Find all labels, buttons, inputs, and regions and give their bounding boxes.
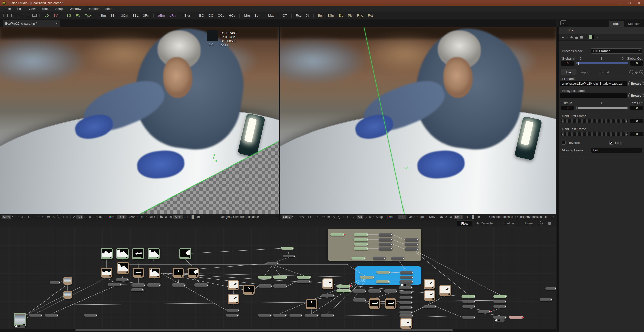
view-ab-button[interactable]: AB <box>357 215 363 219</box>
flow-node-pill[interactable] <box>493 316 507 319</box>
wheel-right-icon[interactable]: ▶ <box>626 133 628 135</box>
flow-node-graph[interactable] <box>0 227 556 332</box>
flow-node-pill[interactable] <box>379 243 393 246</box>
target-icon[interactable]: ◌ <box>629 70 633 74</box>
ellipse-tool-icon[interactable]: ○ <box>65 215 69 219</box>
tool-shortcut-3sl[interactable]: 3SL <box>130 14 141 17</box>
flow-node-pill[interactable] <box>493 305 506 308</box>
flow-node-tthumb[interactable] <box>117 262 129 274</box>
bezier-tool-icon[interactable]: ◠ <box>316 215 321 219</box>
lock-icon[interactable] <box>159 215 164 219</box>
fit-button[interactable]: Fit <box>307 215 313 219</box>
tool-shortcut-bg[interactable]: BG <box>64 14 74 17</box>
flow-node-opill[interactable] <box>376 280 390 283</box>
viewer-source-title[interactable]: ChannelBooleans11 / Loader5: backplate.t… <box>484 215 552 219</box>
flow-node-wthumb[interactable] <box>228 294 239 304</box>
deg360-button[interactable]: 360° <box>408 215 417 219</box>
flow-node-gpill[interactable] <box>493 295 507 298</box>
flow-node-gpillred[interactable] <box>330 233 345 236</box>
flow-node-pill[interactable] <box>172 283 186 287</box>
global-out-input[interactable] <box>630 61 643 66</box>
viewer-right[interactable]: + A <box>280 27 556 214</box>
flow-node-pill[interactable] <box>321 314 334 317</box>
paint-grid-icon[interactable]: ▦ <box>46 215 51 219</box>
swatch-caret-icon[interactable]: ▾ <box>597 36 598 38</box>
cache-disk-icon[interactable] <box>580 36 583 39</box>
snap-button[interactable]: Snap <box>375 215 384 219</box>
flow-node-pill[interactable] <box>399 306 413 309</box>
stereo-caret-icon[interactable]: ▴ <box>372 215 374 218</box>
flow-node-gpill[interactable] <box>351 257 366 260</box>
flow-node-pill[interactable] <box>399 280 413 284</box>
flow-node-photoSm[interactable] <box>63 291 72 299</box>
flow-node-pill[interactable] <box>379 238 393 241</box>
loop-checkbox[interactable] <box>609 141 613 145</box>
pixel-ratio-label[interactable]: 1:1 <box>463 215 470 219</box>
flow-node-pill[interactable] <box>368 289 381 293</box>
tool-shortcut-rng[interactable]: Rng <box>355 14 366 17</box>
flow-node-dotbar[interactable] <box>495 319 505 322</box>
tool-shortcut-mat[interactable]: Mat <box>266 14 276 17</box>
flow-node-pill[interactable] <box>462 300 475 303</box>
flow-node-pill[interactable] <box>399 286 413 289</box>
rect-tool-icon[interactable]: □ <box>341 215 345 219</box>
flow-node-tthumb[interactable] <box>133 268 144 278</box>
trim-range-slider[interactable] <box>576 107 628 109</box>
lock-icon[interactable] <box>575 37 578 39</box>
tab-spline[interactable]: Spline <box>519 220 537 226</box>
bspline-tool-icon[interactable]: ◠ <box>41 215 46 219</box>
flow-node-pill[interactable] <box>50 281 60 284</box>
zoom-level[interactable]: 21% <box>296 215 305 219</box>
tool-shortcut-3im[interactable]: 3Im <box>98 14 108 17</box>
subview-caret-icon[interactable]: ▾ <box>11 215 13 218</box>
checker-icon[interactable]: ▩ <box>168 215 173 219</box>
zoom-caret-icon[interactable]: ▴ <box>25 215 27 218</box>
flow-node-opill[interactable] <box>360 276 374 279</box>
flow-node-pill[interactable] <box>273 314 287 317</box>
tab-timeline[interactable]: Timeline <box>498 220 518 226</box>
flow-node-pill[interactable] <box>297 280 311 283</box>
settings-gear-icon[interactable]: ⚙ <box>635 71 638 75</box>
tool-shortcut-ccv[interactable]: CCv <box>216 14 227 17</box>
flow-node-gthumb[interactable] <box>116 248 129 259</box>
roi-caret-icon[interactable]: ▴ <box>146 215 148 218</box>
flow-node-tthumb[interactable] <box>385 298 396 309</box>
layout-quad-icon[interactable] <box>14 14 18 17</box>
flow-node-tthumb[interactable] <box>188 268 199 278</box>
menu-reactor[interactable]: Reactor <box>84 7 102 11</box>
close-button[interactable]: × <box>634 0 644 6</box>
flow-node-wthumb[interactable] <box>424 290 435 301</box>
rect-tool-icon[interactable]: □ <box>60 215 65 219</box>
flow-node-tthumb[interactable] <box>306 299 317 309</box>
tab-file[interactable]: File <box>561 69 576 75</box>
roi-button[interactable]: RoI <box>138 215 146 219</box>
deg360-caret-icon[interactable]: ▴ <box>136 215 138 218</box>
tool-shortcut-ld[interactable]: LD <box>42 14 51 17</box>
subview-button[interactable]: SubV <box>2 215 11 219</box>
bars-icon[interactable]: ▐▌ <box>189 215 196 219</box>
tool-shortcut-ply[interactable]: Ply <box>346 14 355 17</box>
flow-node-photoSm[interactable] <box>63 277 72 285</box>
flow-node-wthumb[interactable] <box>400 318 412 329</box>
menu-view[interactable]: View <box>25 7 38 11</box>
view-a-button[interactable]: A <box>352 215 357 219</box>
smr-button[interactable]: SmR <box>173 215 183 219</box>
hold-last-thumbwheel[interactable]: ◀ ▶ <box>561 132 628 136</box>
flow-node-gpill[interactable] <box>281 247 294 250</box>
flow-node-gpill[interactable] <box>462 295 475 298</box>
tool-shortcut-pem[interactable]: pEm <box>156 14 167 17</box>
flow-node-gpillred[interactable] <box>336 285 351 288</box>
tool-shortcut-cc[interactable]: CC <box>206 14 215 17</box>
tab-modifiers[interactable]: Modifiers <box>624 21 644 27</box>
flow-node-pill[interactable] <box>399 301 413 304</box>
subview-button[interactable]: SubV <box>282 215 292 219</box>
tool-shortcut-bol[interactable]: Bol <box>252 14 261 17</box>
view-b-button[interactable]: B <box>363 215 368 219</box>
view-a-button[interactable]: A <box>72 215 76 219</box>
flow-node-pill[interactable] <box>305 314 319 317</box>
node-color-swatches[interactable] <box>589 35 594 39</box>
flow-horizontal-scrollbar[interactable] <box>0 329 556 332</box>
channel-dots-icon[interactable] <box>389 216 393 218</box>
flow-node-gpill[interactable] <box>354 233 368 236</box>
flow-node-pill[interactable] <box>405 243 419 246</box>
